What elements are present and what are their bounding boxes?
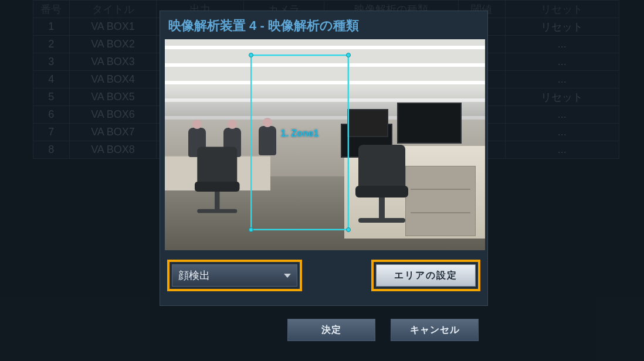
analysis-type-dropdown[interactable]: 顔検出 xyxy=(172,264,297,287)
area-settings-button[interactable]: エリアの設定 xyxy=(376,264,476,287)
area-button-highlight: エリアの設定 xyxy=(371,260,480,291)
analysis-type-dialog: 映像解析装置 4 - 映像解析の種類 1. Zone1 顔検出 xyxy=(160,11,488,306)
preview-chair xyxy=(187,147,242,216)
ok-button[interactable]: 決定 xyxy=(287,319,375,341)
preview-chair xyxy=(347,145,411,227)
preview-monitor xyxy=(397,103,462,144)
camera-preview[interactable]: 1. Zone1 xyxy=(165,39,485,250)
preview-cabinet xyxy=(405,166,476,236)
cancel-button[interactable]: キャンセル xyxy=(391,319,479,341)
dropdown-value: 顔検出 xyxy=(178,268,210,282)
preview-person xyxy=(259,126,276,155)
dropdown-highlight: 顔検出 xyxy=(167,260,302,291)
dialog-title: 映像解析装置 4 - 映像解析の種類 xyxy=(165,16,483,39)
zone-label: 1. Zone1 xyxy=(281,128,319,139)
chevron-down-icon xyxy=(284,274,291,278)
preview-monitor xyxy=(347,109,388,137)
